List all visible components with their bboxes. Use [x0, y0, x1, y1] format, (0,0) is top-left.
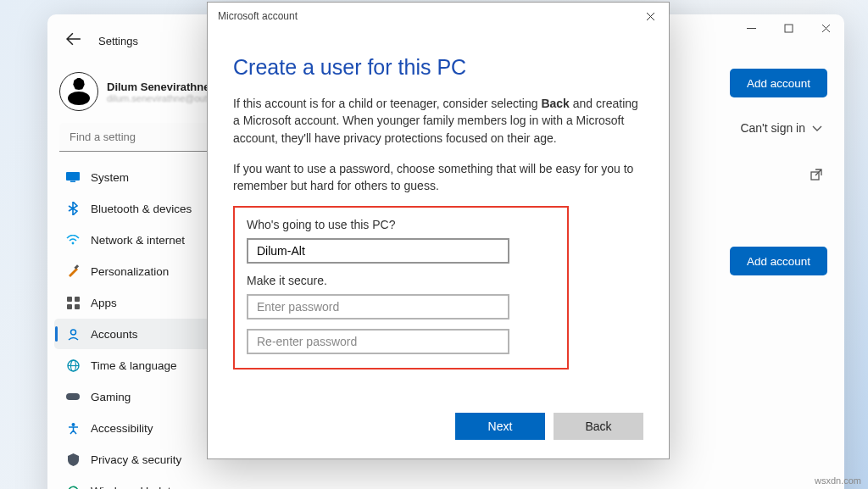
dialog-paragraph-2: If you want to use a password, choose so…: [233, 160, 643, 195]
dialog-close-button[interactable]: [633, 6, 667, 26]
shield-icon: [66, 453, 80, 466]
back-button[interactable]: Back: [554, 413, 643, 440]
next-button[interactable]: Next: [455, 413, 545, 440]
svg-point-8: [72, 242, 75, 245]
svg-rect-11: [75, 297, 80, 302]
brush-icon: [66, 264, 80, 278]
nav-label: Apps: [91, 297, 117, 309]
svg-rect-6: [66, 172, 80, 181]
microsoft-account-dialog: Microsoft account Create a user for this…: [207, 2, 670, 459]
nav-label: Network & internet: [91, 234, 185, 247]
system-icon: [66, 170, 80, 184]
svg-rect-1: [785, 25, 793, 32]
username-label: Who's going to use this PC?: [247, 218, 552, 231]
confirm-password-input[interactable]: [247, 329, 509, 354]
add-account-button-2[interactable]: Add account: [730, 247, 827, 275]
svg-point-19: [71, 423, 75, 426]
profile-name: Dilum Senevirathne: [107, 81, 215, 93]
close-button[interactable]: [807, 14, 844, 42]
avatar: [59, 72, 98, 111]
dialog-footer: Next Back: [208, 403, 669, 458]
nav-label: Windows Update: [91, 485, 177, 490]
update-icon: [66, 484, 80, 489]
nav-label: Personalization: [91, 265, 169, 278]
apps-icon: [66, 296, 80, 309]
highlighted-form-area: Who's going to use this PC? Make it secu…: [233, 206, 569, 370]
maximize-button[interactable]: [770, 14, 807, 42]
add-account-button[interactable]: Add account: [730, 69, 827, 97]
dropdown-label: Can't sign in: [740, 121, 805, 135]
nav-label: Accounts: [91, 328, 138, 341]
nav-label: Gaming: [91, 391, 131, 403]
external-link-icon[interactable]: [810, 169, 822, 184]
profile-email: dilum.senevirathne@out...: [107, 93, 215, 103]
svg-rect-12: [67, 304, 72, 309]
back-icon[interactable]: [66, 31, 81, 50]
dialog-paragraph-1: If this account is for a child or teenag…: [233, 95, 643, 147]
window-controls: [732, 14, 844, 42]
password-input[interactable]: [247, 294, 509, 320]
svg-rect-13: [75, 304, 80, 309]
accounts-icon: [66, 327, 80, 341]
dialog-body: Create a user for this PC If this accoun…: [208, 30, 669, 403]
nav-label: System: [91, 171, 129, 184]
nav-label: Bluetooth & devices: [91, 203, 192, 215]
gaming-icon: [66, 390, 80, 403]
dialog-heading: Create a user for this PC: [233, 55, 643, 80]
svg-rect-10: [67, 297, 72, 302]
settings-title: Settings: [98, 35, 138, 47]
nav-label: Privacy & security: [91, 453, 181, 466]
nav-label: Time & language: [91, 359, 177, 372]
bluetooth-icon: [66, 202, 80, 215]
wifi-icon: [66, 233, 80, 247]
svg-rect-7: [70, 181, 75, 183]
minimize-button[interactable]: [732, 14, 770, 42]
globe-icon: [66, 358, 80, 372]
watermark: wsxdn.com: [815, 475, 861, 486]
dialog-title: Microsoft account: [218, 10, 298, 22]
dialog-title-bar: Microsoft account: [208, 3, 669, 30]
password-section-label: Make it secure.: [247, 274, 552, 287]
nav-label: Accessibility: [91, 422, 153, 435]
accessibility-icon: [66, 421, 80, 435]
username-input[interactable]: [247, 238, 509, 264]
chevron-down-icon: [812, 121, 822, 135]
svg-point-14: [70, 330, 75, 335]
sidebar-item-windows-update[interactable]: Windows Update: [54, 475, 241, 489]
svg-rect-9: [74, 264, 79, 270]
svg-rect-18: [66, 393, 80, 400]
